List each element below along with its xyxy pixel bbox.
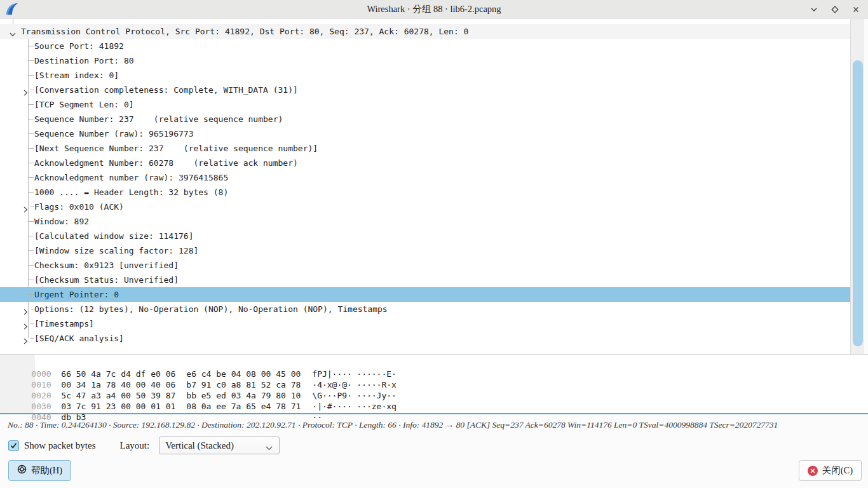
tree-branch-tick — [28, 221, 34, 222]
tree-branch-tick — [31, 309, 34, 309]
tree-branch-tick — [31, 207, 34, 207]
tree-branch-tick — [28, 177, 34, 178]
hex-row[interactable]: 0040db b3·· — [0, 401, 868, 412]
tree-branch-tick — [28, 192, 34, 193]
tree-row[interactable]: Acknowledgment number (raw): 3976415865 — [0, 170, 850, 185]
tree-items: Source Port: 41892 Destination Port: 80 … — [0, 39, 850, 346]
tree-row[interactable]: [Conversation completeness: Complete, WI… — [0, 83, 850, 97]
tree-item-label: Destination Port: 80 — [34, 53, 134, 68]
tree-item-label: Flags: 0x010 (ACK) — [34, 200, 124, 214]
tree-branch-tick — [28, 60, 34, 61]
tree-row[interactable]: Flags: 0x010 (ACK) — [0, 200, 850, 214]
tree-branch-tick — [28, 119, 34, 119]
titlebar: Wireshark · 分组 88 · lib6-2.pcapng — [0, 0, 868, 18]
tree-row[interactable]: Sequence Number: 237 (relative sequence … — [0, 112, 850, 126]
tree-row[interactable]: [Stream index: 0] — [0, 68, 850, 83]
close-button-label: 关闭(C) — [822, 464, 853, 477]
hex-row[interactable]: 003003 7c 91 23 00 00 01 0108 0a ee 7a 6… — [0, 390, 868, 401]
tree-row[interactable]: [Calculated window size: 114176] — [0, 229, 850, 243]
tree-item-label: [Timestamps] — [34, 316, 94, 331]
tree-row[interactable]: Source Port: 41892 — [0, 39, 850, 53]
help-button[interactable]: 帮助(H) — [8, 460, 71, 481]
packet-detail-tree: Transmission Control Protocol, Src Port:… — [0, 19, 850, 354]
tree-item-label: Source Port: 41892 — [34, 39, 124, 53]
tree-branch-tick — [28, 163, 34, 163]
tree-scrollbar-thumb[interactable] — [853, 60, 863, 346]
layout-dropdown-value: Vertical (Stacked) — [165, 440, 234, 451]
tree-branch-tick — [28, 250, 34, 251]
tree-branch-tick — [28, 133, 34, 134]
tree-row[interactable]: [Timestamps] — [0, 316, 850, 331]
tree-item-label: 1000 .... = Header Length: 32 bytes (8) — [34, 185, 228, 200]
tree-row[interactable]: [TCP Segment Len: 0] — [0, 97, 850, 112]
show-packet-bytes-checkbox[interactable] — [8, 440, 19, 451]
tree-row[interactable]: Window: 892 — [0, 214, 850, 229]
tree-branch-tick — [28, 265, 34, 266]
hex-row[interactable]: 00205c 47 a3 a4 00 50 39 87bb e5 ed 03 4… — [0, 379, 868, 390]
tree-item-label: Checksum: 0x9123 [unverified] — [34, 258, 179, 273]
tree-row[interactable]: Sequence Number (raw): 965196773 — [0, 126, 850, 141]
tree-scrollbar-track[interactable] — [850, 19, 864, 354]
help-button-label: 帮助(H) — [31, 464, 62, 477]
close-button[interactable]: 关闭(C) — [799, 460, 862, 481]
maximize-button[interactable] — [828, 3, 842, 17]
tree-row[interactable]: [Next Sequence Number: 237 (relative seq… — [0, 141, 850, 156]
tree-item-label: [TCP Segment Len: 0] — [34, 97, 134, 112]
tree-item-label: Window: 892 — [34, 214, 89, 229]
tree-branch-tick — [28, 236, 34, 236]
window-title: Wireshark · 分组 88 · lib6-2.pcapng — [0, 3, 868, 15]
wireshark-logo-icon — [5, 2, 19, 16]
packet-bytes-pane: 000066 50 4a 7c d4 df e0 06e6 c4 be 04 0… — [0, 354, 868, 414]
layout-dropdown[interactable]: Vertical (Stacked) — [159, 437, 280, 454]
tree-guide-line — [13, 19, 13, 24]
help-icon — [17, 464, 27, 477]
tree-item-label: Urgent Pointer: 0 — [34, 287, 119, 302]
tree-row[interactable]: Checksum: 0x9123 [unverified] — [0, 258, 850, 273]
packet-summary-line: No.: 88 · Time: 0.244264130 · Source: 19… — [8, 420, 862, 430]
tree-item-label: [Window size scaling factor: 128] — [34, 243, 198, 258]
hex-row[interactable]: 000066 50 4a 7c d4 df e0 06e6 c4 be 04 0… — [0, 358, 868, 369]
tree-row[interactable]: [Window size scaling factor: 128] — [0, 243, 850, 258]
tree-row[interactable]: Acknowledgment Number: 60278 (relative a… — [0, 156, 850, 170]
expand-chevron-icon[interactable] — [22, 335, 29, 349]
tree-row[interactable]: 1000 .... = Header Length: 32 bytes (8) — [0, 185, 850, 200]
tree-branch-tick — [31, 338, 34, 339]
tree-branch-tick — [31, 90, 34, 90]
tree-item-label: Acknowledgment Number: 60278 (relative a… — [34, 156, 298, 170]
close-icon — [808, 466, 818, 476]
tree-item-label: Options: (12 bytes), No-Operation (NOP),… — [34, 302, 388, 316]
hex-rows: 000066 50 4a 7c d4 df e0 06e6 c4 be 04 0… — [0, 358, 868, 412]
tree-branch-tick — [28, 104, 34, 105]
tree-branch-tick — [28, 148, 34, 149]
tree-item-label: [Conversation completeness: Complete, WI… — [34, 83, 298, 97]
tree-root-row[interactable]: Transmission Control Protocol, Src Port:… — [0, 24, 850, 39]
tree-row[interactable]: [SEQ/ACK analysis] — [0, 331, 850, 346]
controls-row: Show packet bytes Layout: Vertical (Stac… — [8, 436, 280, 455]
tree-branch-tick — [31, 323, 34, 324]
chevron-down-icon — [265, 443, 273, 454]
tree-item-label: [Next Sequence Number: 237 (relative seq… — [34, 141, 318, 156]
tree-branch-tick — [28, 294, 34, 295]
tree-row[interactable]: Destination Port: 80 — [0, 53, 850, 68]
minimize-button[interactable] — [807, 3, 821, 17]
tree-item-label: [Checksum Status: Unverified] — [34, 273, 179, 287]
tree-item-label: Sequence Number: 237 (relative sequence … — [34, 112, 283, 126]
tree-row[interactable]: Urgent Pointer: 0 — [0, 287, 850, 302]
show-packet-bytes-label[interactable]: Show packet bytes — [24, 440, 95, 451]
hex-row[interactable]: 001000 34 1a 78 40 00 40 06b7 91 c0 a8 8… — [0, 369, 868, 379]
tree-item-label: [Stream index: 0] — [34, 68, 119, 83]
tree-branch-tick — [28, 75, 34, 76]
tree-branch-tick — [28, 46, 34, 46]
tree-root-label: Transmission Control Protocol, Src Port:… — [21, 24, 468, 39]
tree-item-label: [SEQ/ACK analysis] — [34, 331, 124, 346]
close-window-button[interactable] — [849, 3, 863, 17]
tree-row[interactable]: [Checksum Status: Unverified] — [0, 273, 850, 287]
tree-item-label: Sequence Number (raw): 965196773 — [34, 126, 193, 141]
layout-label: Layout: — [119, 440, 149, 451]
tree-item-label: Acknowledgment number (raw): 3976415865 — [34, 170, 228, 185]
tree-branch-tick — [28, 280, 34, 280]
tree-row[interactable]: Options: (12 bytes), No-Operation (NOP),… — [0, 302, 850, 316]
tree-item-label: [Calculated window size: 114176] — [34, 229, 193, 243]
